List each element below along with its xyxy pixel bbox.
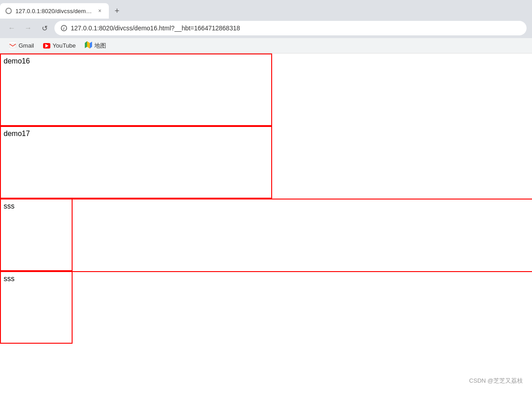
watermark: CSDN @芝芝又荔枝 xyxy=(469,377,523,385)
bookmark-youtube-label: YouTube xyxy=(53,42,76,49)
gmail-icon xyxy=(9,42,16,49)
url-text: 127.0.0.1:8020/divcss/demo16.html?__hbt=… xyxy=(71,24,240,32)
address-bar[interactable]: i 127.0.0.1:8020/divcss/demo16.html?__hb… xyxy=(54,21,527,35)
page-content: demo16 demo17 sss sss xyxy=(0,54,532,344)
svg-marker-8 xyxy=(85,41,87,48)
reload-button[interactable]: ↺ xyxy=(38,22,51,34)
bookmark-maps-label: 地图 xyxy=(94,42,106,50)
address-bar-row: ← → ↺ i 127.0.0.1:8020/divcss/demo16.htm… xyxy=(0,18,532,38)
svg-text:i: i xyxy=(63,26,65,31)
forward-button[interactable]: → xyxy=(22,22,34,34)
svg-marker-7 xyxy=(90,42,92,49)
watermark-text: CSDN @芝芝又荔枝 xyxy=(469,377,523,384)
tab-favicon xyxy=(5,8,12,14)
security-icon: i xyxy=(61,25,67,31)
tab-bar: 127.0.0.1:8020/divcss/demo16 × + xyxy=(0,0,532,18)
demo17-box: demo17 xyxy=(0,126,272,199)
maps-icon xyxy=(85,41,92,50)
active-tab[interactable]: 127.0.0.1:8020/divcss/demo16 × xyxy=(0,3,109,19)
youtube-icon xyxy=(43,43,50,49)
sss-row-2: sss xyxy=(0,271,532,344)
sss-box-1: sss xyxy=(0,199,73,271)
demo16-box: demo16 xyxy=(0,54,272,126)
tab-title: 127.0.0.1:8020/divcss/demo16 xyxy=(15,8,93,15)
svg-marker-6 xyxy=(87,41,90,49)
bookmark-youtube[interactable]: YouTube xyxy=(39,40,79,51)
sss-box-2: sss xyxy=(0,271,73,344)
sss-label-2: sss xyxy=(4,275,15,282)
bookmark-maps[interactable]: 地图 xyxy=(81,39,110,52)
sss-right-area-2 xyxy=(73,271,532,344)
sss-row-1: sss xyxy=(0,199,532,271)
sss-label-1: sss xyxy=(4,202,15,210)
demo17-label: demo17 xyxy=(4,130,30,137)
bookmarks-bar: Gmail YouTube 地图 xyxy=(0,38,532,54)
bookmark-gmail[interactable]: Gmail xyxy=(5,40,38,51)
back-button[interactable]: ← xyxy=(5,22,18,34)
demo16-label: demo16 xyxy=(4,57,30,65)
new-tab-button[interactable]: + xyxy=(111,5,123,17)
bookmark-gmail-label: Gmail xyxy=(19,42,34,49)
tab-close-button[interactable]: × xyxy=(96,7,103,15)
browser-chrome: 127.0.0.1:8020/divcss/demo16 × + ← → ↺ i… xyxy=(0,0,532,54)
sss-right-area-1 xyxy=(73,199,532,271)
